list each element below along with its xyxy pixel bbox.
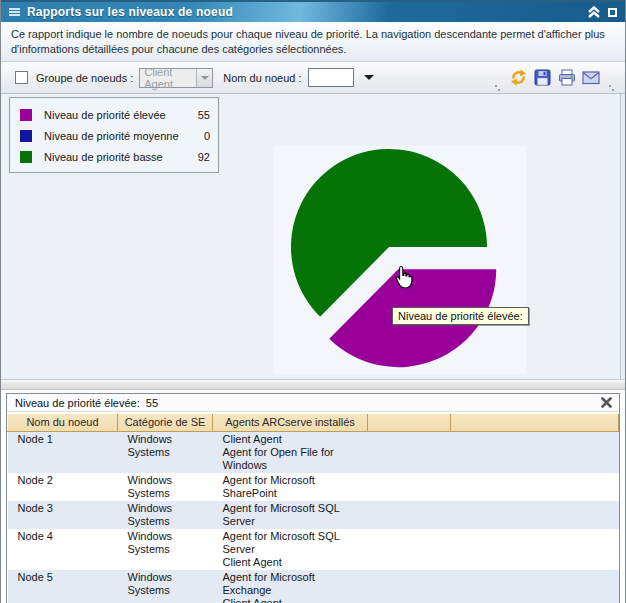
cell-agents: Client Agent Agent for Open File for Win… [213, 431, 368, 473]
table-header-row: Nom du noeud Catégorie de SE Agents ARCs… [8, 413, 619, 431]
save-icon[interactable] [533, 68, 552, 87]
legend-label: Niveau de priorité moyenne [44, 130, 184, 142]
cell-os-category: Windows Systems [118, 473, 213, 501]
cell-agents: Agent for Microsoft Exchange Client Agen… [213, 570, 368, 603]
legend-item[interactable]: Niveau de priorité élevée 55 [18, 104, 210, 125]
chart-area: Niveau de priorité élevée 55 Niveau de p… [1, 94, 621, 379]
legend-value: 0 [184, 130, 210, 142]
detail-panel-title: Niveau de priorité élevée: 55 [15, 397, 599, 409]
toolbar-grip-icon [494, 83, 501, 93]
cell-node-name: Node 4 [8, 529, 118, 570]
group-select[interactable]: Client Agent [139, 68, 213, 88]
toolbar-grip-icon [608, 83, 615, 93]
table-row[interactable]: Node 5 Windows Systems Agent for Microso… [8, 570, 619, 603]
node-name-label: Nom du noeud : [223, 72, 301, 84]
cell-node-name: Node 3 [8, 501, 118, 529]
cell-os-category: Windows Systems [118, 529, 213, 570]
column-header[interactable]: Agents ARCserve installés [213, 413, 368, 431]
toolbar: Groupe de noeuds : Client Agent Nom du n… [1, 62, 625, 94]
maximize-icon[interactable] [608, 8, 617, 17]
cell-node-name: Node 1 [8, 431, 118, 473]
chevron-down-icon[interactable] [196, 69, 212, 87]
drag-handle-icon[interactable] [9, 8, 20, 17]
node-name-input[interactable] [308, 68, 354, 87]
cell-agents: Agent for Microsoft SQL Server [213, 501, 368, 529]
portlet-titlebar: Rapports sur les niveaux de noeud [1, 0, 625, 22]
cell-agents: Agent for Microsoft SQL Server Client Ag… [213, 529, 368, 570]
table-row[interactable]: Node 3 Windows Systems Agent for Microso… [8, 501, 619, 529]
column-header[interactable] [368, 413, 451, 431]
hand-cursor-icon [395, 265, 414, 294]
report-description: Ce rapport indique le nombre de noeuds p… [1, 22, 625, 62]
cell-os-category: Windows Systems [118, 570, 213, 603]
cell-os-category: Windows Systems [118, 501, 213, 529]
detail-zone: Niveau de priorité élevée: 55 Nom du noe… [1, 390, 625, 603]
close-icon[interactable] [599, 396, 613, 410]
legend-value: 92 [184, 151, 210, 163]
portlet-title: Rapports sur les niveaux de noeud [27, 5, 587, 19]
splitter-handle[interactable] [1, 379, 625, 390]
legend-label: Niveau de priorité basse [44, 151, 184, 163]
chart-legend: Niveau de priorité élevée 55 Niveau de p… [9, 97, 219, 173]
legend-item[interactable]: Niveau de priorité moyenne 0 [18, 125, 210, 146]
detail-panel: Niveau de priorité élevée: 55 Nom du noe… [6, 393, 620, 603]
column-header[interactable]: Nom du noeud [8, 413, 118, 431]
cell-agents: Agent for Microsoft SharePoint [213, 473, 368, 501]
group-label: Groupe de noeuds : [36, 72, 133, 84]
cell-node-name: Node 5 [8, 570, 118, 603]
legend-item[interactable]: Niveau de priorité basse 92 [18, 146, 210, 167]
legend-swatch-high [20, 109, 32, 121]
email-icon[interactable] [581, 68, 600, 87]
toolbar-actions [505, 67, 604, 88]
legend-swatch-low [20, 151, 32, 163]
legend-value: 55 [184, 109, 210, 121]
legend-label: Niveau de priorité élevée [44, 109, 184, 121]
collapse-icon[interactable] [587, 6, 601, 19]
legend-swatch-medium [20, 130, 32, 142]
print-icon[interactable] [557, 68, 576, 87]
table-row[interactable]: Node 2 Windows Systems Agent for Microso… [8, 473, 619, 501]
report-portlet: Rapports sur les niveaux de noeud Ce rap… [0, 0, 626, 603]
group-checkbox[interactable] [15, 71, 28, 84]
cell-node-name: Node 2 [8, 473, 118, 501]
column-header[interactable]: Catégorie de SE [118, 413, 213, 431]
cell-os-category: Windows Systems [118, 431, 213, 473]
group-select-value: Client Agent [140, 66, 196, 90]
node-name-dropdown-icon[interactable] [362, 68, 376, 87]
column-header[interactable] [451, 413, 619, 431]
detail-panel-header: Niveau de priorité élevée: 55 [7, 394, 619, 412]
pie-tooltip: Niveau de priorité élevée: [392, 307, 529, 325]
table-row[interactable]: Node 4 Windows Systems Agent for Microso… [8, 529, 619, 570]
table-row[interactable]: Node 1 Windows Systems Client Agent Agen… [8, 431, 619, 473]
detail-table: Nom du noeud Catégorie de SE Agents ARCs… [7, 412, 619, 603]
refresh-icon[interactable] [509, 68, 528, 87]
pie-chart[interactable] [271, 138, 511, 376]
